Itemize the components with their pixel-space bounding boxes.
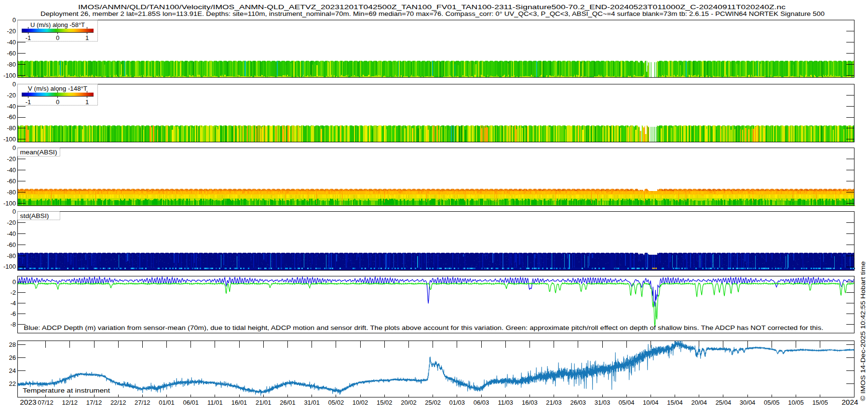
svg-text:17/12: 17/12 (86, 399, 102, 406)
svg-text:-20: -20 (7, 219, 16, 226)
svg-text:-8: -8 (10, 321, 16, 328)
svg-text:-6: -6 (10, 310, 16, 317)
svg-text:-20: -20 (7, 27, 16, 35)
svg-text:-100: -100 (3, 136, 16, 143)
svg-text:-80: -80 (7, 189, 16, 196)
svg-text:01/01: 01/01 (159, 399, 175, 406)
svg-text:-80: -80 (7, 61, 16, 68)
svg-text:26: 26 (9, 354, 16, 361)
svg-text:05/02: 05/02 (328, 399, 344, 406)
svg-text:std(ABSI): std(ABSI) (20, 212, 49, 219)
svg-text:16/01: 16/01 (231, 399, 247, 406)
svg-text:31/01: 31/01 (304, 399, 320, 406)
svg-text:1: 1 (85, 98, 89, 106)
svg-text:-60: -60 (7, 50, 16, 57)
svg-text:16/03: 16/03 (522, 399, 538, 406)
svg-text:20/04: 20/04 (691, 399, 707, 406)
svg-text:IMOS/ANMN/QLD/TAN100/Velocity/: IMOS/ANMN/QLD/TAN100/Velocity/IMOS_ANMN-… (78, 3, 786, 11)
svg-text:0: 0 (13, 208, 16, 215)
svg-text:05/04: 05/04 (619, 399, 635, 406)
svg-text:-100: -100 (3, 263, 16, 270)
svg-text:Temperature at instrument: Temperature at instrument (23, 387, 110, 394)
svg-text:0: 0 (13, 16, 16, 24)
svg-text:27/12: 27/12 (135, 399, 150, 406)
svg-text:05/05: 05/05 (764, 399, 780, 406)
svg-text:06/03: 06/03 (474, 399, 489, 406)
svg-text:25/04: 25/04 (716, 399, 732, 406)
svg-text:-4: -4 (10, 300, 16, 307)
svg-text:22/12: 22/12 (110, 399, 126, 406)
svg-text:0: 0 (56, 98, 59, 106)
svg-text:-60: -60 (7, 241, 16, 248)
svg-text:Blue: ADCP Depth (m) variation: Blue: ADCP Depth (m) variation from sens… (24, 324, 823, 331)
svg-text:15/04: 15/04 (667, 399, 683, 406)
svg-text:25/02: 25/02 (425, 399, 441, 406)
svg-text:-40: -40 (7, 39, 16, 46)
svg-text:26/01: 26/01 (280, 399, 296, 406)
svg-text:mean(ABSI): mean(ABSI) (20, 149, 57, 156)
svg-text:10/02: 10/02 (353, 399, 368, 406)
svg-text:-40: -40 (7, 166, 16, 174)
svg-text:06/01: 06/01 (183, 399, 199, 406)
svg-text:© IMOS 14-Dec-2025 10:42:55 Ho: © IMOS 14-Dec-2025 10:42:55 Hobart time (859, 261, 867, 401)
svg-text:20/02: 20/02 (401, 399, 417, 406)
svg-text:-20: -20 (7, 155, 16, 163)
svg-text:12/12: 12/12 (62, 399, 78, 406)
svg-text:-60: -60 (7, 113, 16, 121)
svg-text:11/01: 11/01 (207, 399, 223, 406)
svg-text:10/05: 10/05 (788, 399, 804, 406)
svg-text:0: 0 (13, 81, 16, 88)
svg-text:-80: -80 (7, 252, 16, 260)
svg-text:-1: -1 (26, 98, 31, 106)
svg-text:-20: -20 (7, 92, 16, 99)
svg-text:-40: -40 (7, 230, 16, 237)
svg-text:28: 28 (9, 341, 16, 348)
svg-text:-80: -80 (7, 124, 16, 132)
svg-text:0: 0 (13, 144, 16, 151)
svg-text:2023: 2023 (20, 398, 36, 406)
svg-text:15/02: 15/02 (377, 399, 393, 406)
svg-text:-60: -60 (7, 178, 16, 185)
svg-text:0: 0 (56, 34, 59, 41)
svg-text:-2: -2 (10, 289, 16, 296)
svg-text:21/01: 21/01 (256, 399, 271, 406)
svg-text:-100: -100 (3, 200, 16, 207)
svg-text:30/04: 30/04 (740, 399, 756, 406)
svg-text:01/03: 01/03 (449, 399, 465, 406)
svg-text:2024: 2024 (841, 398, 858, 406)
svg-text:26/03: 26/03 (570, 399, 586, 406)
svg-text:10/04: 10/04 (643, 399, 659, 406)
svg-text:-100: -100 (3, 72, 16, 79)
svg-text:07/12: 07/12 (38, 399, 54, 406)
svg-text:21/03: 21/03 (546, 399, 562, 406)
svg-text:-1: -1 (26, 34, 31, 41)
svg-text:22: 22 (9, 380, 16, 387)
svg-text:-40: -40 (7, 103, 16, 110)
svg-text:Deployment 26, member 2 lat=21: Deployment 26, member 2 lat=21.85S lon=1… (41, 10, 825, 17)
svg-text:1: 1 (85, 34, 89, 41)
svg-text:0: 0 (13, 278, 16, 286)
svg-text:31/03: 31/03 (595, 399, 610, 406)
svg-text:11/03: 11/03 (498, 399, 513, 406)
svg-text:15/05: 15/05 (812, 399, 828, 406)
svg-text:24: 24 (9, 367, 16, 374)
